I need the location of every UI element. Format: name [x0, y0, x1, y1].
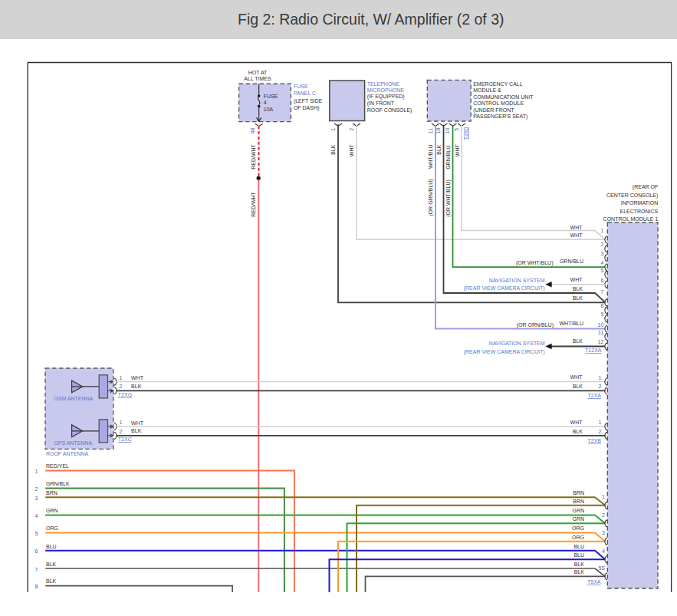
svg-text:BLK: BLK [573, 384, 583, 389]
svg-text:(OR WHT/BLU): (OR WHT/BLU) [516, 260, 554, 266]
svg-text:2: 2 [349, 128, 354, 131]
svg-text:BLK: BLK [46, 578, 57, 584]
svg-text:5: 5 [600, 268, 603, 273]
svg-text:NAVIGATION SYSTEM: NAVIGATION SYSTEM [489, 278, 545, 283]
svg-text:HOT AT: HOT AT [248, 70, 268, 75]
svg-text:T12XA: T12XA [585, 348, 602, 353]
svg-text:INFORMATION: INFORMATION [621, 200, 658, 206]
svg-text:(OR GRN/BLU): (OR GRN/BLU) [517, 322, 554, 328]
svg-text:3: 3 [35, 496, 38, 501]
svg-text:GPS ANTENNA: GPS ANTENNA [54, 440, 92, 446]
svg-text:RED/WHT: RED/WHT [251, 143, 256, 169]
svg-text:FUSE: FUSE [264, 94, 278, 99]
svg-text:GRN: GRN [46, 508, 58, 513]
svg-text:BLU: BLU [573, 544, 584, 549]
svg-text:OF DASH): OF DASH) [294, 105, 319, 111]
svg-text:8: 8 [600, 303, 603, 308]
svg-text:12: 12 [598, 339, 604, 344]
svg-text:(REAR VIEW CAMERA CIRCUIT): (REAR VIEW CAMERA CIRCUIT) [464, 285, 545, 292]
svg-text:11: 11 [598, 330, 603, 335]
svg-text:WHT/BLU: WHT/BLU [560, 321, 584, 326]
svg-text:6: 6 [35, 548, 38, 554]
svg-text:(REAR OF: (REAR OF [633, 184, 658, 190]
svg-text:10A: 10A [264, 107, 274, 112]
svg-text:2: 2 [120, 429, 123, 434]
svg-text:BLK: BLK [46, 562, 57, 567]
svg-text:WHT: WHT [570, 420, 583, 425]
svg-text:(IN FRONT: (IN FRONT [367, 100, 395, 107]
svg-text:T2XC: T2XC [118, 436, 132, 442]
svg-text:MODULE &: MODULE & [473, 87, 501, 93]
svg-text:11: 11 [428, 128, 433, 133]
svg-text:(LEFT SIDE: (LEFT SIDE [294, 98, 323, 104]
svg-text:4: 4 [600, 260, 603, 265]
svg-text:1: 1 [600, 228, 603, 233]
svg-text:(UNDER FRONT: (UNDER FRONT [473, 107, 514, 114]
svg-text:(IF EQUIPPED): (IF EQUIPPED) [367, 94, 405, 100]
svg-text:PASSENGER'S SEAT): PASSENGER'S SEAT) [473, 114, 527, 120]
svg-text:2: 2 [602, 512, 605, 518]
svg-text:FUSE: FUSE [294, 84, 308, 89]
svg-text:WHT/BLU: WHT/BLU [428, 145, 433, 170]
svg-text:WHT: WHT [570, 225, 583, 230]
svg-text:RED/YEL: RED/YEL [46, 463, 69, 469]
svg-text:RED/WHT: RED/WHT [251, 191, 256, 216]
svg-text:8: 8 [35, 584, 38, 589]
svg-text:1: 1 [330, 128, 336, 131]
svg-text:GSM ANTENNA: GSM ANTENNA [54, 396, 93, 401]
svg-text:TELEPHONE: TELEPHONE [367, 81, 400, 87]
svg-text:T2XG: T2XG [118, 392, 132, 397]
svg-text:3: 3 [600, 251, 603, 256]
svg-text:BLK: BLK [131, 384, 142, 389]
svg-text:ORG: ORG [46, 525, 58, 531]
svg-text:CENTER CONSOLE): CENTER CONSOLE) [606, 193, 658, 199]
svg-text:1: 1 [599, 420, 602, 425]
svg-text:GRN/BLK: GRN/BLK [46, 481, 70, 486]
svg-text:COMMUNICATION UNIT: COMMUNICATION UNIT [473, 94, 534, 100]
svg-text:BRN: BRN [46, 490, 58, 496]
svg-text:BLU: BLU [46, 544, 57, 549]
svg-text:BLK: BLK [573, 429, 583, 434]
svg-text:7: 7 [600, 289, 603, 295]
svg-text:(OR WHT/BLU): (OR WHT/BLU) [445, 180, 452, 217]
svg-text:CONTROL MODULE 1: CONTROL MODULE 1 [603, 216, 659, 222]
svg-text:4: 4 [35, 513, 38, 519]
svg-text:6: 6 [600, 278, 603, 283]
svg-text:(OR GRN/BLU): (OR GRN/BLU) [428, 179, 434, 216]
svg-text:T2XA: T2XA [587, 393, 601, 398]
svg-text:BRN: BRN [573, 490, 584, 496]
svg-text:7: 7 [35, 567, 38, 572]
svg-text:18: 18 [435, 128, 441, 134]
svg-text:WHT: WHT [349, 144, 354, 157]
svg-text:(REAR VIEW CAMERA CIRCUIT): (REAR VIEW CAMERA CIRCUIT) [464, 349, 545, 355]
svg-text:BLK: BLK [574, 569, 585, 575]
svg-text:9: 9 [600, 311, 603, 317]
svg-text:2: 2 [600, 242, 603, 247]
svg-text:T2XB: T2XB [587, 438, 601, 443]
svg-text:4: 4 [602, 548, 605, 554]
svg-text:BRN: BRN [573, 499, 584, 504]
svg-text:4: 4 [264, 100, 267, 105]
svg-text:Fig 2: Radio Circuit, W/ Ampli: Fig 2: Radio Circuit, W/ Amplifier (2 of… [238, 10, 504, 28]
svg-text:MICROPHONE: MICROPHONE [367, 87, 405, 93]
svg-text:1: 1 [120, 375, 123, 380]
svg-text:BLU: BLU [573, 552, 584, 558]
svg-text:ORG: ORG [572, 535, 584, 540]
svg-text:2: 2 [599, 429, 602, 434]
svg-text:BLK: BLK [573, 286, 583, 292]
svg-text:1: 1 [602, 494, 605, 499]
svg-text:ROOF ANTENNA: ROOF ANTENNA [46, 451, 89, 456]
svg-text:10: 10 [598, 322, 604, 328]
svg-text:GRN: GRN [572, 516, 584, 522]
svg-text:BLK: BLK [131, 428, 142, 433]
svg-text:T5XA: T5XA [587, 579, 601, 585]
svg-text:1: 1 [599, 375, 602, 380]
svg-text:GRN: GRN [572, 508, 584, 513]
svg-text:BLK: BLK [574, 562, 585, 567]
svg-text:1: 1 [35, 469, 38, 474]
svg-text:CONTROL MODULE: CONTROL MODULE [473, 100, 524, 106]
svg-text:BLK: BLK [573, 338, 583, 344]
svg-text:PANEL C: PANEL C [294, 91, 316, 96]
svg-text:GRN/BLU: GRN/BLU [560, 259, 583, 264]
svg-text:BLK: BLK [573, 295, 583, 301]
